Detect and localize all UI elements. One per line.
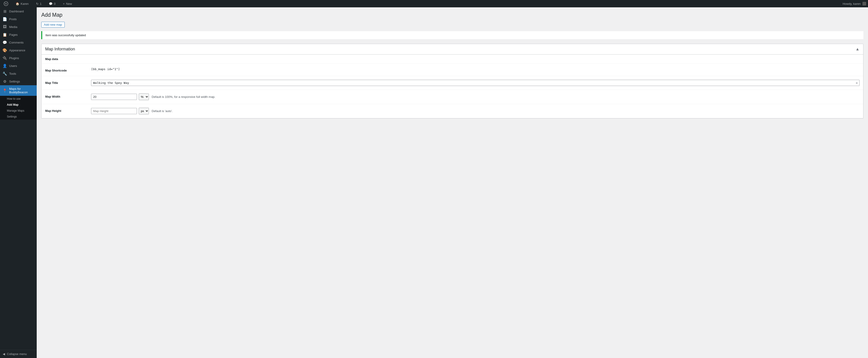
sidebar-item-dashboard[interactable]: ⊞ Dashboard: [0, 7, 37, 15]
sidebar-item-label: Media: [9, 25, 17, 29]
collapse-menu[interactable]: ◀ Collapse menu: [0, 350, 37, 358]
map-title-wrapper: ≡: [91, 80, 860, 86]
sidebar-item-label: Maps for BuddyBeacon: [9, 87, 34, 94]
map-width-unit-dropdown[interactable]: % px: [139, 94, 149, 100]
card-collapse-arrow[interactable]: ▲: [856, 47, 860, 52]
map-height-row: Map Height px % Default is 'auto'.: [41, 104, 863, 118]
map-information-card: Map Information ▲ Map data Map Shortcode…: [41, 44, 863, 119]
updates-count: 1: [40, 2, 41, 5]
howdy-text: Howdy, karen: [842, 2, 861, 5]
main-content: Add Map Add new map Item was successfull…: [37, 7, 868, 358]
sidebar-item-label: Pages: [9, 33, 18, 36]
tools-icon: 🔧: [3, 71, 7, 76]
map-shortcode-row: Map Shortcode [bb_maps id="1"]: [41, 64, 863, 76]
map-shortcode-value: [bb_maps id="1"]: [91, 67, 120, 71]
sidebar-item-label: Comments: [9, 41, 24, 44]
wp-logo-icon: W: [4, 1, 8, 6]
page-title: Add Map: [41, 12, 863, 18]
pages-icon: 📋: [3, 33, 7, 37]
comments-icon: 💬: [49, 2, 53, 5]
map-height-input[interactable]: [91, 108, 137, 114]
map-height-hint: Default is 'auto'.: [152, 109, 173, 113]
submenu-add-map[interactable]: Add Map: [0, 102, 37, 108]
sidebar-item-label: Dashboard: [9, 10, 24, 13]
wp-logo-item[interactable]: W: [2, 0, 10, 7]
map-card-header: Map Information ▲: [41, 44, 863, 55]
sidebar-item-media[interactable]: 🖼 Media: [0, 23, 37, 31]
admin-bar: W 🏠 Karen ↻ 1 💬 0 + New Howdy, karen: [0, 0, 868, 7]
maps-icon: 📍: [3, 89, 7, 93]
svg-text:W: W: [5, 2, 7, 5]
site-name: Karen: [21, 2, 29, 5]
sidebar: ⊞ Dashboard 📄 Posts 🖼 Media 📋 Pages 💬 Co…: [0, 7, 37, 358]
map-title-control: ≡: [91, 80, 860, 86]
sidebar-item-label: Posts: [9, 18, 17, 21]
map-width-hint: Default is 100%, for a responsive full w…: [152, 95, 215, 99]
submenu-settings[interactable]: Settings: [0, 114, 37, 120]
sidebar-item-users[interactable]: 👤 Users: [0, 62, 37, 70]
title-edit-icon: ≡: [856, 81, 858, 85]
submenu-manage-maps[interactable]: Manage Maps: [0, 108, 37, 114]
posts-icon: 📄: [3, 17, 7, 21]
comments-count: 0: [54, 2, 56, 5]
sidebar-item-label: Tools: [9, 72, 16, 75]
sidebar-item-maps[interactable]: 📍 Maps for BuddyBeacon: [0, 85, 37, 96]
map-width-label: Map Width: [45, 94, 91, 98]
submenu-how-to-use[interactable]: How to use: [0, 96, 37, 102]
sidebar-item-label: Appearance: [9, 48, 25, 52]
users-icon: 👤: [3, 64, 7, 68]
media-icon: 🖼: [3, 25, 7, 29]
map-width-unit-select[interactable]: % px: [139, 94, 149, 100]
success-notice: Item was successfully updated: [41, 31, 863, 39]
plugins-icon: 🔌: [3, 56, 7, 60]
collapse-label: Collapse menu: [7, 352, 27, 356]
add-new-map-button[interactable]: Add new map: [41, 22, 65, 28]
sidebar-item-label: Plugins: [9, 56, 19, 60]
sidebar-item-comments[interactable]: 💬 Comments: [0, 38, 37, 46]
sidebar-item-label: Settings: [9, 80, 20, 83]
sidebar-item-pages[interactable]: 📋 Pages: [0, 31, 37, 38]
map-width-row: Map Width % px Default is 100%, for a re…: [41, 90, 863, 104]
success-message: Item was successfully updated: [45, 33, 86, 37]
avatar[interactable]: [863, 2, 866, 5]
updates-item[interactable]: ↻ 1: [34, 0, 43, 7]
map-height-label: Map Height: [45, 108, 91, 112]
sidebar-item-plugins[interactable]: 🔌 Plugins: [0, 54, 37, 62]
map-height-unit-dropdown[interactable]: px %: [139, 108, 149, 114]
sidebar-item-tools[interactable]: 🔧 Tools: [0, 70, 37, 77]
comments-sidebar-icon: 💬: [3, 40, 7, 44]
map-shortcode-label: Map Shortcode: [45, 67, 91, 72]
map-data-label: Map data: [41, 55, 863, 64]
dashboard-icon: ⊞: [3, 9, 7, 13]
sidebar-item-posts[interactable]: 📄 Posts: [0, 15, 37, 23]
sidebar-item-appearance[interactable]: 🎨 Appearance: [0, 46, 37, 54]
maps-submenu: How to use Add Map Manage Maps Settings: [0, 96, 37, 120]
site-name-item[interactable]: 🏠 Karen: [14, 0, 31, 7]
home-icon: 🏠: [16, 2, 19, 5]
new-label: New: [66, 2, 72, 5]
map-height-unit-select[interactable]: px %: [139, 108, 149, 115]
collapse-icon: ◀: [3, 352, 5, 356]
adminbar-right: Howdy, karen: [842, 2, 866, 5]
map-title-label: Map Title: [45, 80, 91, 85]
map-height-control: px % Default is 'auto'.: [91, 108, 860, 115]
sidebar-item-label: Users: [9, 64, 17, 68]
map-title-row: Map Title ≡: [41, 76, 863, 90]
appearance-icon: 🎨: [3, 48, 7, 52]
plus-icon: +: [63, 2, 65, 5]
map-width-control: % px Default is 100%, for a responsive f…: [91, 94, 860, 100]
map-width-input[interactable]: [91, 94, 137, 100]
updates-icon: ↻: [36, 2, 38, 5]
new-content-item[interactable]: + New: [61, 0, 74, 7]
sidebar-item-settings[interactable]: ⚙ Settings: [0, 77, 37, 85]
map-shortcode-control: [bb_maps id="1"]: [91, 67, 860, 71]
comments-item[interactable]: 💬 0: [47, 0, 57, 7]
map-card-title: Map Information: [45, 47, 75, 52]
settings-icon: ⚙: [3, 79, 7, 84]
map-title-input[interactable]: [91, 80, 860, 86]
